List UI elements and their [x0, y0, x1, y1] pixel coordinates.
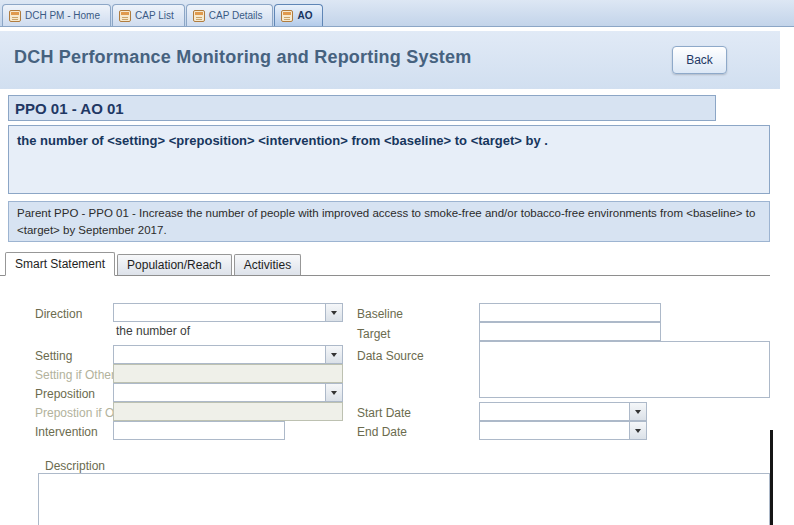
direction-select[interactable]	[113, 303, 343, 322]
baseline-label: Baseline	[357, 307, 403, 321]
page-title: DCH Performance Monitoring and Reporting…	[14, 47, 471, 68]
end-date-label: End Date	[357, 425, 407, 439]
chevron-down-icon[interactable]	[325, 346, 342, 363]
header: DCH Performance Monitoring and Reporting…	[0, 31, 780, 89]
setting-if-other-input	[113, 364, 343, 383]
window-tab-label: CAP Details	[209, 10, 263, 21]
triangle-glyph	[635, 429, 641, 433]
form-icon	[9, 10, 21, 22]
triangle-glyph	[331, 311, 337, 315]
window-tab-label: AO	[297, 10, 312, 21]
window-tab-cap-details[interactable]: CAP Details	[186, 4, 274, 26]
triangle-glyph	[635, 410, 641, 414]
window-tab-label: DCH PM - Home	[25, 10, 100, 21]
target-label: Target	[357, 327, 390, 341]
window-edge	[770, 430, 773, 525]
chevron-down-icon[interactable]	[629, 422, 646, 439]
smart-statement-text: the number of <setting> <preposition> <i…	[8, 125, 770, 194]
description-input[interactable]	[38, 473, 770, 525]
tab-population-reach[interactable]: Population/Reach	[117, 254, 232, 275]
setting-label: Setting	[35, 349, 72, 363]
data-source-input[interactable]	[479, 341, 770, 398]
record-title: PPO 01 - AO 01	[8, 95, 716, 121]
preposition-if-other-input	[113, 402, 343, 421]
preposition-label: Preposition	[35, 387, 95, 401]
direction-label: Direction	[35, 307, 82, 321]
parent-ppo-text: Parent PPO - PPO 01 - Increase the numbe…	[8, 201, 770, 242]
setting-if-other-label: Setting if Other	[35, 368, 115, 382]
chevron-down-icon[interactable]	[325, 304, 342, 321]
window-tab-bar: DCH PM - Home CAP List CAP Details AO	[0, 0, 794, 27]
tab-activities[interactable]: Activities	[234, 254, 301, 275]
triangle-glyph	[331, 391, 337, 395]
target-input[interactable]	[479, 322, 661, 341]
description-label: Description	[45, 459, 105, 473]
start-date-label: Start Date	[357, 406, 411, 420]
window-tab-cap-list[interactable]: CAP List	[112, 4, 185, 26]
intervention-label: Intervention	[35, 425, 98, 439]
chevron-down-icon[interactable]	[325, 384, 342, 401]
form-icon	[119, 10, 131, 22]
data-source-label: Data Source	[357, 349, 424, 363]
end-date-select[interactable]	[479, 421, 647, 440]
window-tab-dch-pm-home[interactable]: DCH PM - Home	[2, 4, 111, 26]
form-tab-bar: Smart Statement Population/Reach Activit…	[0, 252, 770, 276]
window-tab-label: CAP List	[135, 10, 174, 21]
app-window: DCH PM - Home CAP List CAP Details AO DC…	[0, 0, 794, 525]
baseline-input[interactable]	[479, 303, 661, 322]
start-date-select[interactable]	[479, 402, 647, 421]
form-icon	[281, 10, 293, 22]
form-icon	[193, 10, 205, 22]
triangle-glyph	[331, 353, 337, 357]
setting-select[interactable]	[113, 345, 343, 364]
direction-hint-text: the number of	[116, 324, 190, 338]
window-tab-ao[interactable]: AO	[274, 4, 323, 26]
back-button[interactable]: Back	[672, 46, 727, 74]
chevron-down-icon[interactable]	[629, 403, 646, 420]
tab-smart-statement[interactable]: Smart Statement	[5, 252, 115, 276]
intervention-input[interactable]	[113, 421, 285, 440]
preposition-select[interactable]	[113, 383, 343, 402]
